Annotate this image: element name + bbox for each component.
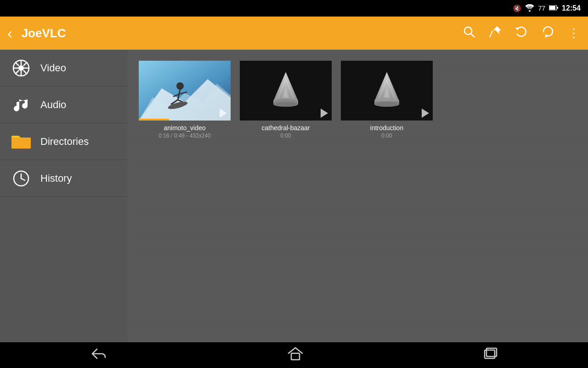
play-arrow-animoto (220, 109, 227, 118)
svg-line-6 (490, 31, 492, 37)
svg-point-36 (273, 102, 298, 107)
svg-point-8 (18, 65, 24, 71)
svg-rect-42 (291, 353, 300, 360)
media-thumb-animoto (139, 61, 231, 121)
mute-icon: 🔇 (513, 5, 521, 12)
nav-home-button[interactable] (273, 343, 318, 368)
app-bar: ‹ JoeVLC ⋮ (0, 17, 588, 50)
sidebar-label-video: Video (40, 62, 66, 74)
undo-button[interactable] (514, 25, 528, 42)
clock: 12:54 (562, 4, 581, 12)
svg-rect-3 (557, 7, 558, 9)
sidebar-label-history: History (40, 172, 72, 184)
media-title-animoto: animoto_video (164, 124, 205, 132)
play-arrow-cathedral (321, 109, 328, 118)
sidebar-item-video[interactable]: Video (0, 50, 128, 86)
svg-point-41 (374, 102, 399, 107)
svg-point-24 (176, 82, 184, 90)
svg-line-14 (23, 70, 27, 74)
wifi-icon (525, 4, 535, 13)
media-thumb-cathedral (240, 61, 332, 121)
music-icon (11, 95, 31, 115)
play-arrow-introduction (422, 109, 429, 118)
sidebar-label-directories: Directories (40, 136, 89, 148)
svg-line-15 (23, 62, 27, 66)
sidebar-label-audio: Audio (40, 99, 66, 111)
svg-line-5 (471, 34, 475, 37)
status-bar: 🔇 77 12:54 (0, 0, 588, 17)
nav-back-button[interactable] (76, 344, 122, 367)
clock-icon (11, 168, 31, 189)
nav-recents-button[interactable] (469, 344, 512, 367)
media-title-introduction: introduction (370, 124, 403, 132)
folder-icon (11, 132, 31, 152)
media-card-introduction[interactable]: introduction 0:00 (341, 61, 433, 139)
more-options-button[interactable]: ⋮ (568, 26, 581, 40)
media-title-cathedral: cathedral-bazaar (261, 124, 310, 132)
film-icon (11, 58, 31, 78)
refresh-button[interactable] (541, 25, 555, 42)
sidebar-item-history[interactable]: History (0, 160, 128, 197)
svg-point-0 (529, 10, 531, 12)
sidebar: Video Audio Directories (0, 50, 128, 342)
app-title: JoeVLC (22, 26, 449, 40)
svg-rect-17 (11, 138, 31, 149)
media-meta-introduction: 0:00 (381, 132, 392, 139)
media-card-cathedral[interactable]: cathedral-bazaar 0:00 (240, 61, 332, 139)
media-meta-animoto: 0:16 / 0:49 - 432x240 (158, 132, 210, 139)
media-card-animoto[interactable]: animoto_video 0:16 / 0:49 - 432x240 (139, 61, 231, 139)
svg-line-16 (15, 70, 19, 74)
bottom-nav (0, 342, 588, 368)
back-button[interactable]: ‹ (7, 25, 12, 42)
content-area: animoto_video 0:16 / 0:49 - 432x240 (128, 50, 588, 342)
svg-line-13 (15, 62, 19, 66)
sidebar-item-audio[interactable]: Audio (0, 86, 128, 123)
battery-percentage: 77 (538, 5, 546, 12)
main-layout: Video Audio Directories (0, 50, 588, 342)
svg-point-4 (464, 27, 472, 34)
svg-line-20 (21, 178, 25, 180)
battery-icon (549, 5, 558, 12)
sidebar-item-directories[interactable]: Directories (0, 123, 128, 160)
media-thumb-introduction (341, 61, 433, 121)
search-button[interactable] (462, 25, 476, 42)
svg-rect-2 (549, 6, 555, 10)
media-meta-cathedral: 0:00 (280, 132, 291, 139)
pin-button[interactable] (489, 25, 502, 41)
